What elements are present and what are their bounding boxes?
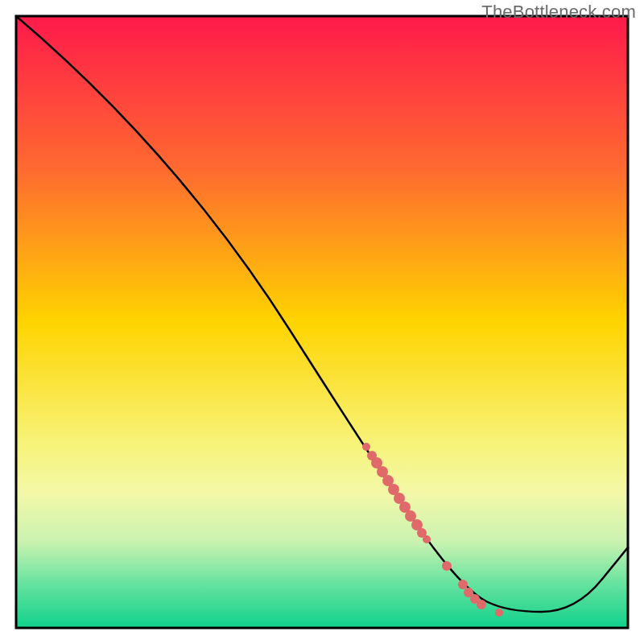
- watermark-text: TheBottleneck.com: [481, 2, 636, 23]
- scatter-point: [458, 580, 468, 589]
- plot-area: [16, 16, 628, 628]
- scatter-point: [477, 600, 486, 609]
- scatter-point: [423, 535, 431, 543]
- chart-canvas: TheBottleneck.com: [0, 0, 644, 644]
- scatter-point: [442, 561, 452, 571]
- scatter-point: [495, 609, 503, 617]
- scatter-point: [362, 443, 370, 451]
- chart-svg: [0, 0, 644, 644]
